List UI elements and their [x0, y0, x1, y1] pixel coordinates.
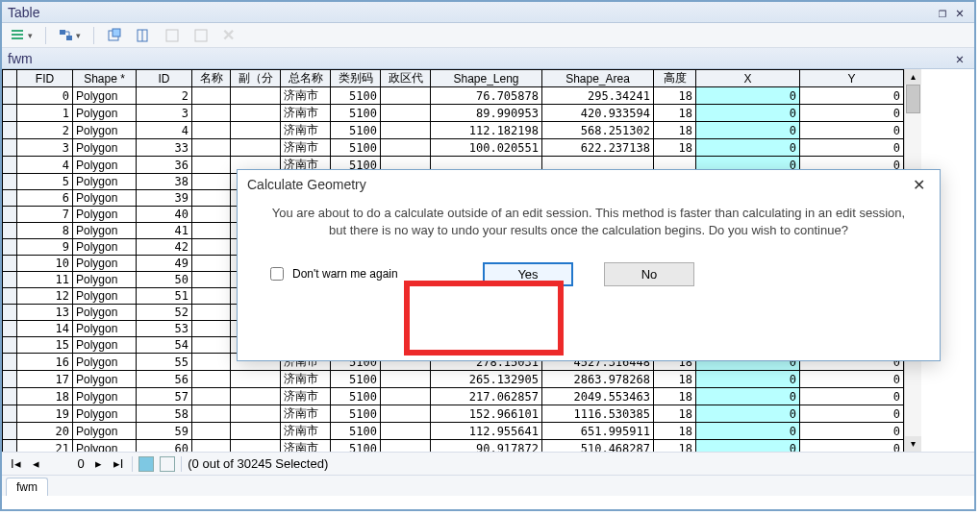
cell-shape[interactable]: Polygon — [73, 440, 137, 453]
cell-area[interactable]: 568.251302 — [542, 122, 654, 139]
cell-id[interactable]: 3 — [137, 105, 192, 122]
cell-x[interactable]: 0 — [696, 87, 800, 105]
cell-id[interactable]: 54 — [137, 337, 192, 354]
cell-shape[interactable]: Polygon — [73, 256, 137, 272]
cell-sub[interactable] — [231, 405, 281, 423]
cell-x[interactable]: 0 — [696, 139, 800, 157]
cell-id[interactable]: 50 — [137, 272, 192, 288]
cell-zong[interactable]: 济南市 — [281, 423, 331, 440]
cell-name[interactable] — [192, 105, 231, 122]
cell-len[interactable]: 112.182198 — [431, 122, 542, 139]
tab-fwm[interactable]: fwm — [6, 478, 48, 496]
cell-shape[interactable]: Polygon — [73, 139, 137, 157]
column-header[interactable]: 政区代 — [381, 70, 431, 87]
cell-name[interactable] — [192, 423, 231, 440]
cell-hd[interactable]: 18 — [654, 105, 696, 122]
cell-code[interactable]: 5100 — [331, 87, 381, 105]
cell-y[interactable]: 0 — [800, 122, 904, 139]
cell-id[interactable]: 2 — [137, 87, 192, 105]
cell-fid[interactable]: 15 — [17, 337, 73, 354]
cell-id[interactable]: 4 — [137, 122, 192, 139]
cell-shape[interactable]: Polygon — [73, 190, 137, 207]
cell-hd[interactable]: 18 — [654, 87, 696, 105]
table-row[interactable]: 21Polygon60济南市510090.917872510.468287180… — [3, 440, 904, 453]
cell-name[interactable] — [192, 139, 231, 157]
cell-zong[interactable]: 济南市 — [281, 371, 331, 388]
cell-len[interactable]: 76.705878 — [431, 87, 542, 105]
cell-zq[interactable] — [381, 371, 431, 388]
cell-name[interactable] — [192, 239, 231, 256]
cell-fid[interactable]: 2 — [17, 122, 73, 139]
cell-hd[interactable]: 18 — [654, 388, 696, 405]
cell-fid[interactable]: 8 — [17, 223, 73, 239]
cell-y[interactable]: 0 — [800, 388, 904, 405]
close-icon[interactable]: ✕ — [951, 5, 968, 20]
close-table-icon[interactable]: ✕ — [951, 51, 968, 66]
cell-id[interactable]: 55 — [137, 354, 192, 371]
first-record-button[interactable]: I◂ — [8, 456, 24, 471]
cell-zq[interactable] — [381, 440, 431, 453]
table-row[interactable]: 17Polygon56济南市5100265.1329052863.9782681… — [3, 371, 904, 388]
cell-fid[interactable]: 11 — [17, 272, 73, 288]
cell-name[interactable] — [192, 87, 231, 105]
cell-hd[interactable]: 18 — [654, 139, 696, 157]
cell-sub[interactable] — [231, 139, 281, 157]
cell-shape[interactable]: Polygon — [73, 122, 137, 139]
cell-id[interactable]: 33 — [137, 139, 192, 157]
column-header[interactable]: Shape_Leng — [431, 70, 542, 87]
cell-code[interactable]: 5100 — [331, 440, 381, 453]
column-header[interactable]: 高度 — [654, 70, 696, 87]
cell-name[interactable] — [192, 207, 231, 223]
cell-hd[interactable]: 18 — [654, 371, 696, 388]
cell-zq[interactable] — [381, 423, 431, 440]
cell-x[interactable]: 0 — [696, 405, 800, 423]
cell-id[interactable]: 51 — [137, 288, 192, 305]
scroll-up-icon[interactable]: ▴ — [905, 69, 921, 85]
related-tables-button[interactable]: ▾ — [56, 26, 84, 45]
cell-fid[interactable]: 0 — [17, 87, 73, 105]
yes-button[interactable]: Yes — [483, 262, 573, 286]
cell-x[interactable]: 0 — [696, 440, 800, 453]
cell-fid[interactable]: 17 — [17, 371, 73, 388]
cell-id[interactable]: 36 — [137, 157, 192, 174]
cell-id[interactable]: 39 — [137, 190, 192, 207]
cell-code[interactable]: 5100 — [331, 371, 381, 388]
last-record-button[interactable]: ▸I — [111, 456, 127, 471]
cell-x[interactable]: 0 — [696, 105, 800, 122]
cell-shape[interactable]: Polygon — [73, 157, 137, 174]
cell-fid[interactable]: 7 — [17, 207, 73, 223]
column-header[interactable]: ID — [137, 70, 192, 87]
cell-shape[interactable]: Polygon — [73, 239, 137, 256]
cell-id[interactable]: 53 — [137, 321, 192, 337]
cell-fid[interactable]: 18 — [17, 388, 73, 405]
cell-name[interactable] — [192, 405, 231, 423]
cell-code[interactable]: 5100 — [331, 405, 381, 423]
cell-x[interactable]: 0 — [696, 122, 800, 139]
cell-sub[interactable] — [231, 440, 281, 453]
cell-fid[interactable]: 10 — [17, 256, 73, 272]
cell-name[interactable] — [192, 174, 231, 190]
table-row[interactable]: 0Polygon2济南市510076.705878295.342411800 — [3, 87, 904, 105]
cell-fid[interactable]: 9 — [17, 239, 73, 256]
table-row[interactable]: 2Polygon4济南市5100112.182198568.2513021800 — [3, 122, 904, 139]
cell-area[interactable]: 420.933594 — [542, 105, 654, 122]
cell-y[interactable]: 0 — [800, 139, 904, 157]
cell-zong[interactable]: 济南市 — [281, 388, 331, 405]
cell-zong[interactable]: 济南市 — [281, 105, 331, 122]
cell-fid[interactable]: 13 — [17, 305, 73, 321]
cell-zong[interactable]: 济南市 — [281, 122, 331, 139]
cell-len[interactable]: 89.990953 — [431, 105, 542, 122]
cell-code[interactable]: 5100 — [331, 122, 381, 139]
cell-name[interactable] — [192, 223, 231, 239]
scroll-down-icon[interactable]: ▾ — [905, 436, 921, 452]
cell-y[interactable]: 0 — [800, 405, 904, 423]
cell-shape[interactable]: Polygon — [73, 105, 137, 122]
cell-name[interactable] — [192, 337, 231, 354]
cell-id[interactable]: 41 — [137, 223, 192, 239]
cell-area[interactable]: 651.995911 — [542, 423, 654, 440]
cell-zq[interactable] — [381, 139, 431, 157]
cell-shape[interactable]: Polygon — [73, 354, 137, 371]
cell-x[interactable]: 0 — [696, 423, 800, 440]
table-row[interactable]: 3Polygon33济南市5100100.020551622.237138180… — [3, 139, 904, 157]
cell-len[interactable]: 217.062857 — [431, 388, 542, 405]
